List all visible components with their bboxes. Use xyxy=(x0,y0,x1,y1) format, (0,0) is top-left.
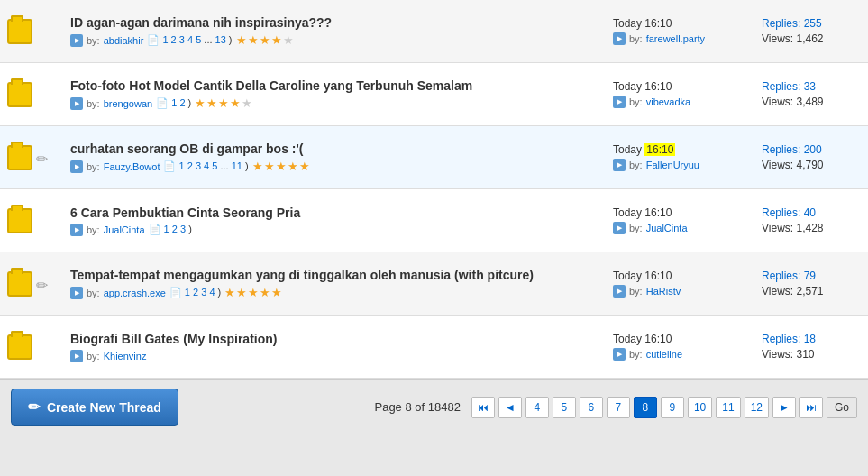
replies-link[interactable]: Replies: 255 xyxy=(762,17,822,30)
thread-page-link[interactable]: 2 xyxy=(193,287,198,298)
thread-page-link[interactable]: 1 xyxy=(162,34,168,45)
go-button[interactable]: Go xyxy=(827,397,857,418)
thread-title: Tempat-tempat mengagumkan yang di tingga… xyxy=(70,268,599,282)
page-number-btn[interactable]: 12 xyxy=(745,397,769,418)
page-number-btn[interactable]: 9 xyxy=(661,397,684,418)
thread-page-link[interactable]: 2 xyxy=(172,224,178,234)
thread-title-link[interactable]: 6 Cara Pembuktian Cinta Seorang Pria xyxy=(70,206,300,220)
thread-list: ID agan-agan darimana nih inspirasinya??… xyxy=(0,0,868,435)
page-number-btn[interactable]: 8 xyxy=(634,397,657,418)
thread-page-link[interactable]: 5 xyxy=(212,160,217,171)
page-number-btn[interactable]: 4 xyxy=(525,397,549,418)
replies-link[interactable]: Replies: 79 xyxy=(762,270,816,282)
thread-stars: ★★★★★ xyxy=(195,96,252,110)
thread-page-link[interactable]: 3 xyxy=(180,224,186,234)
thread-meta: by: JualCinta 📄 1 2 3 ) xyxy=(70,224,599,236)
thread-stats: Replies: 255 Views: 1,462 xyxy=(762,17,861,45)
thread-title-link[interactable]: ID agan-agan darimana nih inspirasinya??… xyxy=(70,15,332,30)
page-ellipsis: ... xyxy=(204,34,212,45)
star: ★ xyxy=(288,160,298,173)
star: ★ xyxy=(260,33,270,47)
star: ★ xyxy=(260,286,270,299)
page-number-btn[interactable]: 10 xyxy=(688,397,712,418)
thread-page-link[interactable]: 3 xyxy=(179,34,185,45)
time-highlight: 16:10 xyxy=(644,143,675,156)
last-time: Today 16:10 xyxy=(613,333,757,345)
thread-replies: Replies: 200 xyxy=(762,143,861,156)
hot-icon: ✏ xyxy=(36,151,50,165)
star: ★ xyxy=(236,286,247,299)
thread-author[interactable]: Khienvinz xyxy=(104,351,147,362)
thread-author[interactable]: abdiakhir xyxy=(104,35,144,46)
thread-page-link[interactable]: 2 xyxy=(187,160,193,171)
replies-link[interactable]: Replies: 200 xyxy=(762,143,822,156)
thread-page-link[interactable]: 4 xyxy=(187,34,193,45)
page-nums: 📄 1 2 3 4 5 ... 13 ) xyxy=(147,34,232,46)
thread-page-link[interactable]: 5 xyxy=(196,34,201,45)
thread-page-link[interactable]: 1 xyxy=(171,97,177,108)
thread-info: Biografi Bill Gates (My Inspiration) by:… xyxy=(61,332,608,362)
star: ★ xyxy=(224,286,235,299)
star: ★ xyxy=(248,286,259,299)
star: ★ xyxy=(230,96,241,110)
last-by-icon xyxy=(613,285,626,298)
thread-author[interactable]: brengowan xyxy=(104,98,152,109)
thread-page-link[interactable]: 2 xyxy=(171,34,177,45)
last-by-link[interactable]: cutieline xyxy=(646,349,682,360)
thread-page-link[interactable]: 1 xyxy=(185,287,190,298)
meta-by: by: xyxy=(87,161,100,172)
thread-author[interactable]: JualCinta xyxy=(104,224,145,235)
page-number-btn[interactable]: 7 xyxy=(607,397,630,418)
thread-page-link[interactable]: 13 xyxy=(215,34,226,45)
last-by-link[interactable]: JualCinta xyxy=(646,223,688,233)
thread-page-link[interactable]: 4 xyxy=(204,160,209,171)
thread-page-link[interactable]: 2 xyxy=(179,97,185,108)
hot-icon: ✏ xyxy=(36,277,50,291)
thread-page-link[interactable]: 3 xyxy=(196,160,201,171)
thread-last: Today 16:10 by: JualCinta xyxy=(608,206,762,234)
folder-icon xyxy=(7,271,32,297)
thread-meta: by: app.crash.exe 📄 1 2 3 4 ) ★★★★★ xyxy=(70,286,599,299)
last-time: Today 16:10 xyxy=(613,17,757,30)
page-number-btn[interactable]: 11 xyxy=(716,397,740,418)
page-prev[interactable]: ◄ xyxy=(498,397,522,418)
thread-title: 6 Cara Pembuktian Cinta Seorang Pria xyxy=(70,206,599,220)
star: ★ xyxy=(299,160,310,173)
page-number-btn[interactable]: 5 xyxy=(553,397,576,418)
create-thread-button[interactable]: ✏ Create New Thread xyxy=(11,389,178,426)
thread-title-link[interactable]: Foto-foto Hot Model Cantik Della Carolin… xyxy=(70,78,472,93)
meta-icon xyxy=(70,287,83,299)
page-number-btn[interactable]: 6 xyxy=(580,397,603,418)
replies-link[interactable]: Replies: 40 xyxy=(762,206,816,219)
thread-author[interactable]: Fauzy.Bowot xyxy=(104,161,160,172)
thread-views: Views: 310 xyxy=(762,348,861,361)
page-info: Page 8 of 18482 xyxy=(374,400,460,414)
thread-views: Views: 1,428 xyxy=(762,222,861,234)
meta-by: by: xyxy=(87,224,100,235)
thread-page-link[interactable]: 1 xyxy=(179,160,185,171)
thread-title-link[interactable]: Biografi Bill Gates (My Inspiration) xyxy=(70,332,277,346)
folder-icon xyxy=(7,145,32,170)
thread-page-link[interactable]: 4 xyxy=(209,287,215,298)
last-by: by: JualCinta xyxy=(613,222,757,234)
page-ellipsis: ... xyxy=(220,160,228,171)
thread-page-link[interactable]: 3 xyxy=(201,287,206,298)
thread-replies: Replies: 40 xyxy=(762,206,861,219)
thread-page-link[interactable]: 11 xyxy=(232,160,242,171)
thread-author[interactable]: app.crash.exe xyxy=(104,288,166,298)
last-by-link[interactable]: vibevadka xyxy=(646,96,691,107)
last-by-icon xyxy=(613,222,626,234)
page-last[interactable]: ⏭ xyxy=(799,397,823,418)
thread-title-link[interactable]: Tempat-tempat mengagumkan yang di tingga… xyxy=(70,268,534,282)
replies-link[interactable]: Replies: 33 xyxy=(762,80,816,93)
page-next[interactable]: ► xyxy=(772,397,796,418)
meta-by: by: xyxy=(87,351,100,362)
thread-page-link[interactable]: 1 xyxy=(164,224,169,234)
last-by-link[interactable]: FallenUryuu xyxy=(646,160,699,170)
last-by-link[interactable]: farewell.party xyxy=(646,33,705,44)
replies-link[interactable]: Replies: 18 xyxy=(762,333,816,345)
last-by-link[interactable]: HaRistv xyxy=(646,286,681,297)
thread-stars: ★★★★★ xyxy=(224,286,282,299)
page-first[interactable]: ⏮ xyxy=(471,397,495,418)
thread-replies: Replies: 255 xyxy=(762,17,861,30)
